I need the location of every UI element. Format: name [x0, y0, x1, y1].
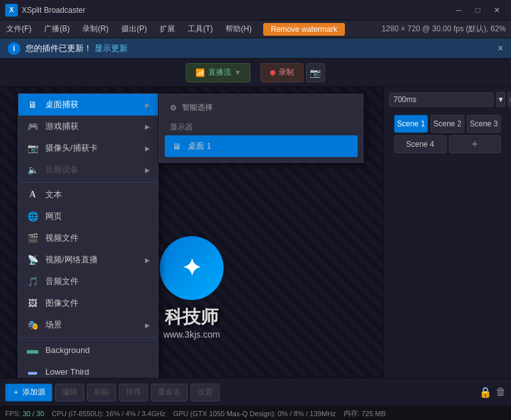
minimize-button[interactable]: ─ [450, 4, 468, 17]
ctx-label-stream: 视频/网络直播 [45, 254, 98, 266]
submenu-section: 显示器 [165, 119, 358, 135]
audio-icon: 🔈 [26, 163, 39, 176]
paste-button[interactable]: 粘贴 [87, 384, 116, 401]
plus-icon: ＋ [12, 387, 20, 398]
scene-controls: ▼ ☆ Scene 1 Scene 2 Scene 3 Scene 4 + [384, 87, 511, 161]
ctx-item-audio-file[interactable]: 🎵 音频文件 [19, 271, 158, 292]
menu-output[interactable]: 摄出(P) [115, 21, 153, 37]
main-area: ✦ 科技师 www.3kjs.com 🖥 桌面捕获 ▶ 🎮 游戏捕获 ▶ 📷 摄… [0, 87, 511, 378]
gamepad-icon: 🎮 [26, 120, 39, 133]
menu-bar: 文件(F) 广播(B) 录制(R) 摄出(P) 扩展 工具(T) 帮助(H) R… [0, 20, 511, 38]
ctx-label-text: 文本 [45, 189, 62, 200]
scene-icon: 🎭 [26, 319, 39, 331]
settings-button[interactable]: 设置 [190, 384, 220, 401]
show-updates-link[interactable]: 显示更新 [95, 43, 128, 53]
live-stream-label: 直播流 [208, 67, 231, 78]
ctx-label-scene: 场景 [45, 319, 62, 331]
ctx-label-camera: 摄像头/捕获卡 [45, 142, 98, 154]
ctx-label-image: 图像文件 [45, 297, 79, 309]
ctx-arrow-scene: ▶ [145, 322, 150, 329]
rename-button[interactable]: 重命名 [151, 384, 188, 401]
ctx-item-audio: 🔈 音频设备 ▶ [19, 159, 158, 181]
ctx-item-text[interactable]: A 文本 [19, 184, 158, 206]
ctx-item-camera[interactable]: 📷 摄像头/捕获卡 ▶ [19, 137, 158, 159]
smart-select-icon: ⚙ [170, 103, 177, 112]
camera-capture-icon: 📷 [26, 142, 39, 154]
remove-watermark-button[interactable]: Remove watermark [263, 23, 345, 36]
ctx-arrow-stream: ▶ [145, 257, 150, 264]
ctx-label-audio: 音频设备 [45, 164, 79, 176]
record-label: 录制 [278, 67, 294, 78]
ctx-item-background[interactable]: ▬ Background [19, 339, 158, 361]
cpu-value: 16% / 4% / 3.4GHz [105, 410, 165, 417]
menu-help[interactable]: 帮助(H) [219, 21, 258, 37]
title-bar-left: X XSplit Broadcaster [5, 4, 85, 17]
submenu-title-text: 智能选择 [182, 102, 213, 113]
menu-tools[interactable]: 工具(T) [181, 21, 219, 37]
ctx-label-desktop: 桌面捕获 [45, 99, 79, 110]
stream-icon: 📡 [26, 253, 39, 266]
ctx-label-background: Background [45, 345, 89, 355]
scene-4-button[interactable]: Scene 4 [394, 135, 446, 153]
lock-icon: 🔒 [479, 386, 492, 398]
preview-area: ✦ 科技师 www.3kjs.com 🖥 桌面捕获 ▶ 🎮 游戏捕获 ▶ 📷 摄… [0, 87, 383, 378]
text-icon: A [26, 188, 39, 201]
ctx-arrow-camera: ▶ [145, 145, 150, 152]
ctx-item-video-file[interactable]: 🎬 视频文件 [19, 227, 158, 249]
context-menu: 🖥 桌面捕获 ▶ 🎮 游戏捕获 ▶ 📷 摄像头/捕获卡 ▶ 🔈 音频设备 ▶ [18, 93, 158, 378]
scene-3-button[interactable]: Scene 3 [467, 115, 501, 133]
scene-row2: Scene 4 + [389, 135, 506, 156]
menu-extensions[interactable]: 扩展 [153, 21, 181, 37]
ctx-item-scene[interactable]: 🎭 场景 ▶ [19, 314, 158, 336]
delay-input[interactable] [389, 93, 494, 107]
scene-grid: Scene 1 Scene 2 Scene 3 [389, 112, 506, 135]
gpu-label: GPU (GTX 1050 Max-Q Design): [173, 410, 276, 417]
status-bar: FPS: 30 / 30 CPU (i7-8550U): 16% / 4% / … [0, 406, 511, 420]
main-toolbar: 📶 直播流 ▼ · 录制 📷 [0, 59, 511, 87]
submenu-desktop: ⚙ 智能选择 显示器 🖥 桌面 1 [159, 94, 363, 163]
live-stream-arrow: ▼ [234, 69, 241, 76]
menu-file[interactable]: 文件(F) [0, 21, 38, 37]
record-dot-icon [270, 70, 275, 75]
ctx-arrow-game: ▶ [145, 123, 150, 130]
delay-row: ▼ ☆ [389, 92, 506, 107]
menu-broadcast[interactable]: 广播(B) [38, 21, 76, 37]
snapshot-button[interactable]: 📷 [306, 63, 325, 82]
ctx-arrow-desktop: ▶ [145, 101, 150, 109]
add-scene-button[interactable]: + [449, 135, 501, 153]
ctx-item-stream[interactable]: 📡 视频/网络直播 ▶ [19, 249, 158, 271]
ctx-item-desktop-capture[interactable]: 🖥 桌面捕获 ▶ [19, 94, 158, 116]
close-button[interactable]: ✕ [488, 4, 506, 17]
maximize-button[interactable]: □ [469, 4, 487, 17]
scene-2-button[interactable]: Scene 2 [431, 115, 464, 133]
ctx-label-video: 视频文件 [45, 232, 79, 244]
info-icon: i [8, 42, 20, 55]
ctx-arrow-audio: ▶ [145, 167, 150, 174]
add-source-button[interactable]: ＋ 添加源 [5, 384, 52, 401]
submenu-title: ⚙ 智能选择 [165, 100, 358, 116]
mem-value: 725 MB [362, 410, 386, 417]
ctx-label-webpage: 网页 [45, 211, 62, 222]
cpu-status: CPU (i7-8550U): 16% / 4% / 3.4GHz [52, 410, 165, 417]
scene-1-button[interactable]: Scene 1 [394, 115, 428, 133]
ctx-item-image[interactable]: 🖼 图像文件 [19, 292, 158, 314]
delay-down-button[interactable]: ▼ [496, 92, 505, 107]
record-button[interactable]: 录制 [261, 63, 303, 82]
menu-record[interactable]: 录制(R) [76, 21, 115, 37]
ctx-item-webpage[interactable]: 🌐 网页 [19, 206, 158, 227]
info-close-button[interactable]: × [498, 43, 503, 54]
live-stream-button[interactable]: 📶 直播流 ▼ [186, 63, 250, 82]
camera-icon: 📷 [310, 68, 321, 78]
separator-2 [19, 337, 158, 338]
delay-star-button[interactable]: ☆ [508, 92, 511, 107]
desktop-icon: 🖥 [170, 140, 183, 153]
ctx-item-lower-third[interactable]: ▬ Lower Third [19, 361, 158, 378]
reorder-button[interactable]: 排序 [119, 384, 148, 401]
submenu-desktop-item[interactable]: 🖥 桌面 1 [165, 135, 358, 157]
edit-button[interactable]: 编辑 [55, 384, 84, 401]
cpu-label: CPU (i7-8550U): [52, 410, 103, 417]
fps-value: 30 / 30 [22, 410, 44, 417]
ctx-item-game-capture[interactable]: 🎮 游戏捕获 ▶ [19, 116, 158, 137]
globe-icon: 🌐 [26, 210, 39, 223]
fps-label: FPS: [5, 410, 20, 417]
